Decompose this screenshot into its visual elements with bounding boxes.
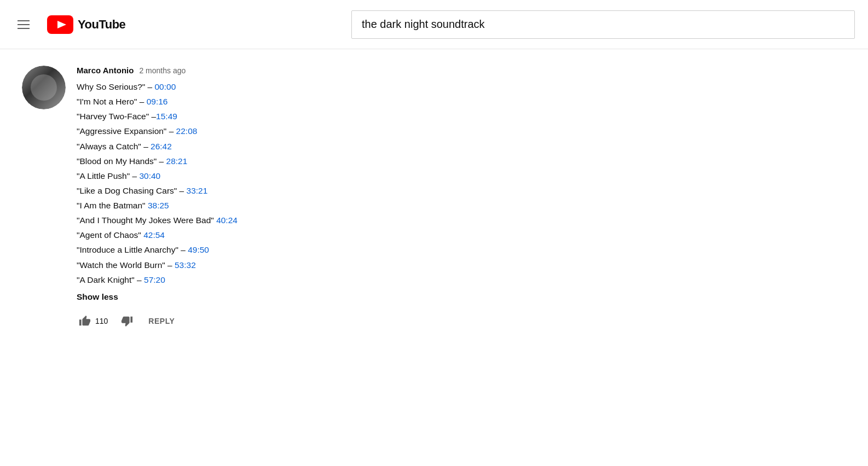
avatar	[22, 66, 66, 109]
comment-container: Marco Antonio 2 months ago Why So Seriou…	[22, 66, 514, 329]
timestamp-link-13[interactable]: 57:20	[144, 275, 165, 284]
timestamp-link-9[interactable]: 40:24	[216, 215, 238, 225]
timestamp-link-11[interactable]: 49:50	[188, 245, 209, 254]
timestamp-link-6[interactable]: 30:40	[139, 171, 160, 180]
search-container	[351, 10, 855, 39]
timestamp-link-12[interactable]: 53:32	[175, 260, 196, 270]
youtube-wordmark: YouTube	[78, 18, 125, 32]
reply-button[interactable]: REPLY	[144, 314, 179, 328]
timestamp-link-5[interactable]: 28:21	[166, 156, 188, 166]
youtube-logo[interactable]: YouTube	[47, 15, 125, 34]
like-count: 110	[95, 317, 108, 325]
show-less-button[interactable]: Show less	[77, 289, 514, 304]
avatar-image	[22, 66, 66, 109]
comment-text: Why So Serious?" – 00:00 "I'm Not a Hero…	[77, 79, 514, 304]
header: YouTube	[0, 0, 868, 49]
comment-body: Marco Antonio 2 months ago Why So Seriou…	[77, 66, 514, 329]
comment-header: Marco Antonio 2 months ago	[77, 66, 514, 75]
like-button[interactable]: 110	[77, 313, 110, 329]
timestamp-link-7[interactable]: 33:21	[187, 186, 208, 195]
timestamp-link-8[interactable]: 38:25	[148, 201, 169, 210]
timestamp-link-2[interactable]: 15:49	[156, 112, 177, 121]
commenter-name: Marco Antonio	[77, 66, 134, 75]
hamburger-menu-icon[interactable]	[13, 16, 34, 33]
thumbs-down-icon	[121, 315, 133, 327]
timestamp-link-4[interactable]: 26:42	[151, 142, 172, 151]
timestamp-link-0[interactable]: 00:00	[154, 82, 176, 91]
search-input[interactable]	[351, 10, 855, 39]
comment-timestamp: 2 months ago	[139, 66, 186, 75]
thumbs-up-icon	[79, 315, 91, 327]
main-content: Marco Antonio 2 months ago Why So Seriou…	[0, 49, 868, 346]
dislike-button[interactable]	[119, 313, 135, 329]
timestamp-link-10[interactable]: 42:54	[143, 230, 165, 240]
timestamp-link-1[interactable]: 09:16	[147, 97, 168, 106]
timestamp-link-3[interactable]: 22:08	[176, 126, 198, 136]
youtube-logo-icon	[47, 15, 73, 34]
comment-actions: 110 REPLY	[77, 313, 514, 329]
